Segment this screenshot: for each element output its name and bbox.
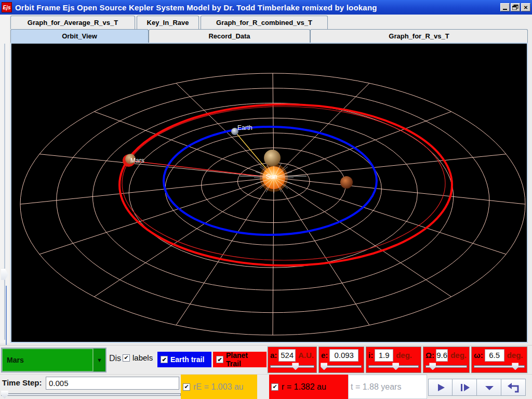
ejs-app-icon: Ejs: [2, 2, 12, 12]
tab-graph-for-r-combined-vs-t[interactable]: Graph_for_R_combined_vs_T: [201, 16, 328, 29]
param-a-unit: A.U.: [297, 351, 315, 360]
control-row-main: Mars ▼ Dis ✔ labels ✔ Earth trail ✔ Plan…: [0, 345, 532, 374]
slow-button[interactable]: [477, 379, 501, 396]
param-omega-unit: deg.: [506, 351, 524, 360]
display-label: Dis: [109, 354, 121, 363]
time-step-slider-thumb[interactable]: [1, 391, 8, 398]
close-icon: ✕: [524, 5, 528, 10]
param-a-slider[interactable]: [270, 362, 314, 371]
minimize-icon: [503, 9, 507, 10]
param-i-label: i:: [368, 351, 373, 360]
param-i-slider-thumb[interactable]: [392, 363, 399, 370]
param-i-value-field[interactable]: 1.9: [375, 349, 393, 362]
param-a-slider-thumb[interactable]: [292, 363, 299, 370]
svg-text:Earth: Earth: [237, 124, 252, 131]
planet-selector-value: Mars: [2, 349, 93, 371]
param-e-value-field[interactable]: 0.093: [329, 349, 358, 362]
time-step-input[interactable]: [46, 377, 179, 390]
param-omega-label: ω:: [474, 351, 483, 360]
time-readout-text: t = 1.88 years: [351, 382, 401, 392]
param-panel-i: i: 1.9 deg.: [366, 347, 421, 373]
play-button[interactable]: [428, 379, 453, 396]
param-omega-cap-value-field[interactable]: 9.6: [436, 349, 448, 362]
labels-checkbox[interactable]: ✔: [123, 354, 130, 362]
param-i-slider[interactable]: [368, 362, 419, 371]
param-omega-cap-label: Ω:: [425, 351, 434, 360]
tab-graph-for-average-r-vs-t[interactable]: Graph_for_Average_R_vs_T: [10, 16, 135, 29]
restore-button[interactable]: [511, 3, 520, 11]
param-omega-slider[interactable]: [474, 362, 525, 371]
time-step-slider[interactable]: [1, 391, 181, 399]
param-a-label: a:: [270, 351, 277, 360]
param-omega-slider-thumb[interactable]: [512, 363, 518, 370]
labels-checkbox-label: labels: [132, 353, 153, 362]
tab-key-in-rave[interactable]: Key_In_Rave: [137, 16, 199, 29]
play-icon: [433, 382, 448, 393]
restore-icon: [512, 5, 518, 10]
tab-record-data[interactable]: Record_Data: [149, 29, 310, 43]
reset-icon: [506, 382, 521, 393]
step-button[interactable]: [453, 379, 477, 396]
param-e-label: e:: [321, 351, 328, 360]
title-bar: Ejs Orbit Frame Ejs Open Source Kepler S…: [0, 0, 532, 15]
planet-trail-checkbox[interactable]: ✔: [216, 356, 223, 363]
param-panel-e: e: 0.093: [318, 347, 364, 373]
svg-text:Sun: Sun: [266, 173, 277, 180]
svg-text:Mars: Mars: [130, 157, 144, 164]
param-a-value-field[interactable]: 524: [278, 349, 296, 362]
param-panel-a: a: 524 A.U.: [268, 347, 317, 373]
earth-trail-checkbox[interactable]: ✔: [161, 356, 168, 363]
earth-radius-text: rE = 1.003 au: [193, 382, 244, 392]
step-forward-icon: [457, 382, 472, 393]
planet-radius-readout: ✔ r = 1.382 au: [269, 375, 348, 399]
planet-trail-toggle[interactable]: ✔ Planet Trail: [213, 352, 267, 367]
close-button[interactable]: ✕: [521, 3, 530, 11]
reset-button[interactable]: [501, 379, 526, 396]
orbit-view-canvas[interactable]: EarthMarsSun: [10, 43, 528, 343]
tab-orbit-view[interactable]: Orbit_View: [10, 29, 149, 43]
tab-graph-for-r-vs-t[interactable]: Graph_for_R_vs_T: [310, 29, 528, 43]
param-panel-omega: ω: 6.5 deg.: [471, 347, 527, 373]
left-vertical-slider[interactable]: [0, 16, 9, 343]
window-title: Orbit Frame Ejs Open Source Kepler Syste…: [15, 3, 500, 12]
control-row-bottom: Time Step: ✔ rE = 1.003 au ✔ r = 1.382 a…: [0, 374, 532, 399]
earth-trail-label: Earth trail: [170, 355, 204, 364]
planet-radius-checkbox[interactable]: ✔: [271, 383, 278, 391]
down-arrow-icon: [481, 382, 497, 393]
left-slider-track: [4, 44, 5, 340]
param-e-slider[interactable]: [321, 362, 362, 371]
left-slider-thumb[interactable]: [1, 269, 8, 280]
earth-trail-toggle[interactable]: ✔ Earth trail: [157, 352, 211, 367]
planet-radius-text: r = 1.382 au: [282, 382, 326, 392]
planet-trail-label: Planet Trail: [226, 351, 263, 368]
param-e-slider-thumb[interactable]: [321, 363, 327, 370]
param-omega-value-field[interactable]: 6.5: [485, 349, 504, 362]
labels-toggle[interactable]: ✔ labels: [123, 353, 153, 362]
dropdown-arrow-icon[interactable]: ▼: [93, 349, 105, 371]
param-omega-cap-slider[interactable]: [425, 362, 467, 371]
playback-button-bar: [428, 379, 526, 396]
minimize-button[interactable]: [500, 3, 510, 11]
orbit-scene: EarthMarsSun: [11, 44, 527, 342]
time-readout: t = 1.88 years: [348, 375, 427, 399]
planet-selector-dropdown[interactable]: Mars ▼: [1, 348, 107, 373]
application-window: Ejs Orbit Frame Ejs Open Source Kepler S…: [0, 0, 532, 399]
earth-radius-checkbox[interactable]: ✔: [183, 383, 190, 391]
param-i-unit: deg.: [395, 351, 413, 360]
time-step-slider-track: [1, 393, 181, 396]
param-omega-cap-unit: deg.: [449, 351, 468, 360]
param-panel-omega-cap: Ω: 9.6 deg.: [423, 347, 470, 373]
time-step-label: Time Step:: [2, 378, 42, 387]
earth-radius-readout: ✔ rE = 1.003 au: [181, 375, 257, 399]
param-omega-cap-slider-thumb[interactable]: [429, 363, 436, 370]
